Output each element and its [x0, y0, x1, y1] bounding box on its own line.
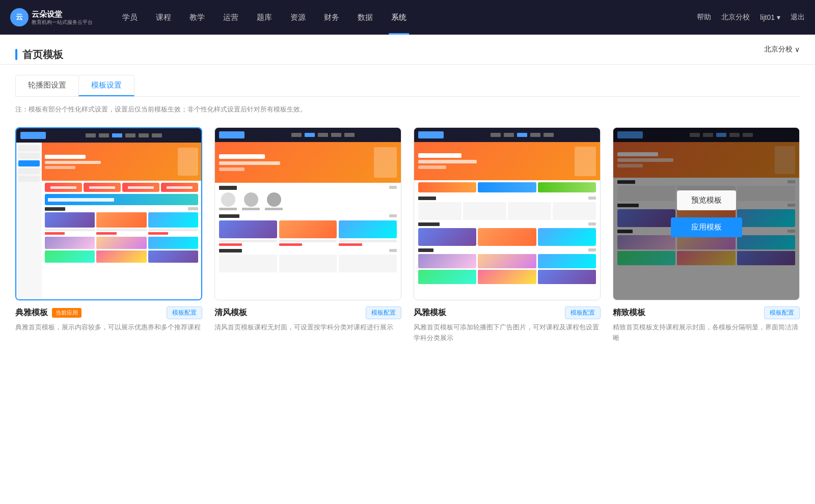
- template-card-graceful[interactable]: 预览模板 应用模板 风雅模板 模板配置 风雅首页模板可添加轮播图下广告图片，可对…: [414, 127, 601, 346]
- card-desc-elegant: 典雅首页模板，展示内容较多，可以展示优惠券和多个推荐课程: [15, 322, 202, 333]
- nav-item-teaching[interactable]: 教学: [180, 0, 214, 35]
- card-preview-clean[interactable]: 预览模板 应用模板: [214, 127, 401, 300]
- nav-right: 帮助 北京分校 lijt01 ▾ 退出: [697, 13, 805, 22]
- page-title: 首页模板: [22, 48, 63, 62]
- card-name-elegant: 典雅模板: [15, 307, 48, 318]
- navbar: 云 云朵设堂 教育机构一站式服务云平台 学员 课程 教学 运营 题库 资源 财务…: [0, 0, 815, 35]
- card-title-row-clean: 清风模板 模板配置: [214, 306, 401, 319]
- template-card-elegant[interactable]: 预览模板 应用模板 典雅模板 当前应用 模板配置 典雅首页模板，展示内容较多，可…: [15, 127, 202, 346]
- nav-item-courses[interactable]: 课程: [147, 0, 180, 35]
- badge-config-graceful[interactable]: 模板配置: [565, 306, 601, 319]
- apply-button-exquisite[interactable]: 应用模板: [671, 217, 742, 237]
- page-container: 首页模板 北京分校 ∨ 轮播图设置 模板设置 注：模板有部分个性化样式设置，设置…: [0, 35, 815, 504]
- nav-menu: 学员 课程 教学 运营 题库 资源 财务 数据 系统: [113, 0, 697, 35]
- card-desc-exquisite: 精致首页模板支持课程展示封面，各模板分隔明显，界面简洁清晰: [613, 322, 800, 344]
- nav-item-finance[interactable]: 财务: [315, 0, 348, 35]
- card-name-clean: 清风模板: [214, 307, 247, 318]
- card-desc-clean: 清风首页模板课程无封面，可设置按学科分类对课程进行展示: [214, 322, 401, 333]
- card-footer-exquisite: 精致模板 模板配置 精致首页模板支持课程展示封面，各模板分隔明显，界面简洁清晰: [613, 300, 800, 346]
- card-overlay-exquisite: 预览模板 应用模板: [613, 128, 799, 300]
- card-desc-graceful: 风雅首页模板可添加轮播图下广告图片，可对课程及课程包设置学科分类展示: [414, 322, 601, 344]
- card-footer-elegant: 典雅模板 当前应用 模板配置 典雅首页模板，展示内容较多，可以展示优惠券和多个推…: [15, 300, 202, 335]
- template-card-clean[interactable]: 预览模板 应用模板 清风模板 模板配置 清风首页模板课程无封面，可设置按学科分类…: [214, 127, 401, 346]
- nav-item-operations[interactable]: 运营: [214, 0, 248, 35]
- card-footer-graceful: 风雅模板 模板配置 风雅首页模板可添加轮播图下广告图片，可对课程及课程包设置学科…: [414, 300, 601, 346]
- nav-user[interactable]: lijt01 ▾: [760, 13, 780, 21]
- tab-template[interactable]: 模板设置: [78, 75, 134, 96]
- nav-logo[interactable]: 云 云朵设堂 教育机构一站式服务云平台: [10, 8, 93, 26]
- page-title-bar: [15, 49, 17, 60]
- logo-icon: 云: [10, 8, 29, 26]
- badge-config-clean[interactable]: 模板配置: [366, 306, 401, 319]
- page-title-wrap: 首页模板: [15, 48, 63, 62]
- card-preview-elegant[interactable]: 预览模板 应用模板: [15, 127, 202, 300]
- nav-help[interactable]: 帮助: [697, 13, 711, 22]
- nav-school[interactable]: 北京分校: [721, 13, 750, 22]
- nav-item-resources[interactable]: 资源: [281, 0, 315, 35]
- page-school-selector[interactable]: 北京分校 ∨: [764, 45, 800, 64]
- card-title-row-graceful: 风雅模板 模板配置: [414, 306, 601, 319]
- tab-carousel[interactable]: 轮播图设置: [15, 75, 78, 96]
- nav-item-data[interactable]: 数据: [348, 0, 382, 35]
- page-header: 首页模板 北京分校 ∨: [0, 35, 815, 65]
- card-footer-clean: 清风模板 模板配置 清风首页模板课程无封面，可设置按学科分类对课程进行展示: [214, 300, 401, 335]
- card-preview-graceful[interactable]: 预览模板 应用模板: [414, 127, 601, 300]
- card-title-row-elegant: 典雅模板 当前应用 模板配置: [15, 306, 202, 319]
- nav-item-questions[interactable]: 题库: [248, 0, 281, 35]
- badge-config-elegant[interactable]: 模板配置: [167, 306, 202, 319]
- nav-logout[interactable]: 退出: [791, 13, 805, 22]
- card-title-row-exquisite: 精致模板 模板配置: [613, 306, 800, 319]
- templates-grid: 预览模板 应用模板 典雅模板 当前应用 模板配置 典雅首页模板，展示内容较多，可…: [0, 122, 815, 366]
- card-name-graceful: 风雅模板: [414, 307, 446, 318]
- chevron-down-icon: ∨: [795, 45, 800, 53]
- card-preview-exquisite[interactable]: 预览模板 应用模板: [613, 127, 800, 300]
- nav-item-system[interactable]: 系统: [382, 0, 416, 35]
- tabs-container: 轮播图设置 模板设置: [0, 65, 815, 96]
- logo-text: 云朵设堂 教育机构一站式服务云平台: [32, 9, 93, 26]
- preview-button-exquisite[interactable]: 预览模板: [677, 190, 736, 210]
- nav-item-students[interactable]: 学员: [113, 0, 147, 35]
- badge-current-elegant: 当前应用: [52, 308, 82, 318]
- badge-config-exquisite[interactable]: 模板配置: [764, 306, 800, 319]
- template-card-exquisite[interactable]: 预览模板 应用模板 精致模板 模板配置 精致首页模板支持课程展示封面，各模板分隔…: [613, 127, 800, 346]
- card-name-exquisite: 精致模板: [613, 307, 645, 318]
- note-text: 注：模板有部分个性化样式设置，设置后仅当前模板生效；非个性化样式设置后针对所有模…: [0, 97, 815, 122]
